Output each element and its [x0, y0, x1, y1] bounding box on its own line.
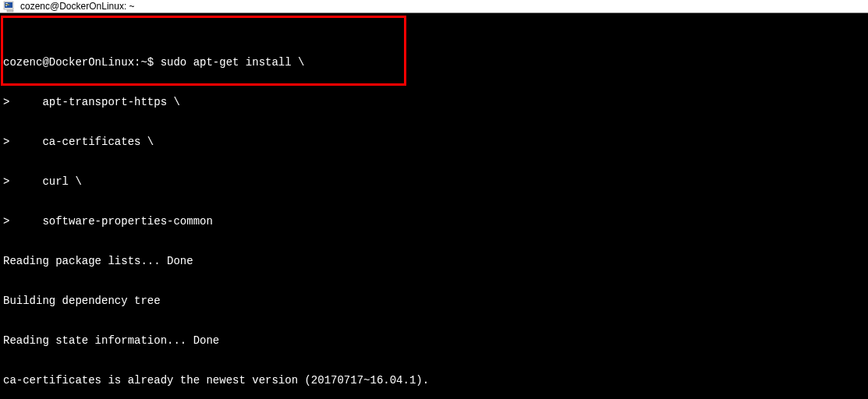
svg-rect-2 [7, 10, 13, 12]
terminal-line: > curl \ [3, 175, 865, 189]
terminal-line: > ca-certificates \ [3, 136, 865, 149]
highlight-box [1, 16, 406, 86]
terminal-window: cozenc@DockerOnLinux: ~ cozenc@DockerOnL… [0, 0, 868, 399]
terminal-line: > software-properties-common [3, 215, 865, 228]
window-title: cozenc@DockerOnLinux: ~ [20, 1, 135, 12]
titlebar[interactable]: cozenc@DockerOnLinux: ~ [0, 0, 868, 12]
terminal-line: > apt-transport-https \ [3, 96, 865, 109]
svg-rect-1 [5, 2, 12, 8]
terminal-line: Reading state information... Done [3, 334, 865, 348]
terminal-line: cozenc@DockerOnLinux:~$ sudo apt-get ins… [3, 56, 865, 69]
terminal-line: Building dependency tree [3, 295, 865, 308]
putty-icon [3, 0, 16, 12]
terminal-area[interactable]: cozenc@DockerOnLinux:~$ sudo apt-get ins… [0, 12, 868, 399]
terminal-line: ca-certificates is already the newest ve… [3, 374, 865, 387]
terminal-line: Reading package lists... Done [3, 255, 865, 268]
